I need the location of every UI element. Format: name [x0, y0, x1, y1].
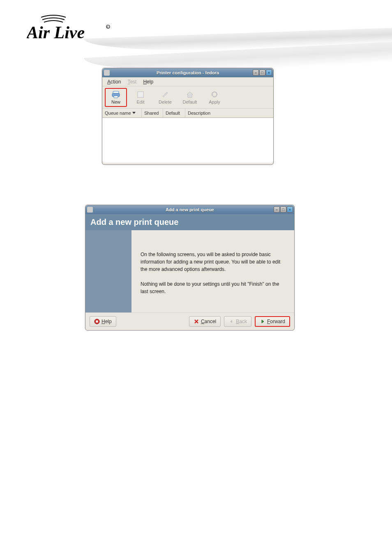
- svg-rect-8: [96, 321, 98, 323]
- delete-icon: [161, 90, 170, 99]
- wizard-body: On the following screens, you will be as…: [131, 230, 294, 312]
- default-label: Default: [183, 99, 197, 104]
- minimize-button[interactable]: –: [253, 69, 259, 76]
- titlebar[interactable]: Add a new print queue – □ ×: [85, 205, 294, 214]
- edit-label: Edit: [137, 99, 145, 104]
- wizard-text-1: On the following screens, you will be as…: [141, 251, 285, 273]
- col-shared[interactable]: Shared: [142, 109, 163, 118]
- svg-text:Air Live: Air Live: [27, 23, 85, 42]
- toolbar: New Edit Delete Default Apply: [102, 86, 273, 109]
- button-row: Help Cancel Back Forward: [85, 312, 294, 330]
- forward-arrow-icon: [260, 319, 265, 324]
- wizard-heading: Add a new print queue: [85, 214, 294, 230]
- col-queue-name[interactable]: Queue name: [102, 109, 142, 118]
- add-print-queue-window: Add a new print queue – □ × Add a new pr…: [85, 205, 295, 331]
- apply-button: Apply: [203, 88, 226, 107]
- printer-config-window: Printer configuration - fedora – □ × Act…: [102, 68, 274, 165]
- cancel-icon: [194, 319, 199, 324]
- menu-action[interactable]: Action: [107, 79, 121, 85]
- forward-button[interactable]: Forward: [255, 316, 290, 327]
- edit-button: Edit: [129, 88, 152, 107]
- help-label-rest: elp: [105, 319, 112, 324]
- delete-button: Delete: [154, 88, 176, 107]
- close-button[interactable]: ×: [287, 206, 293, 213]
- queue-list-empty: [102, 118, 273, 163]
- header-decoration: [104, 25, 392, 74]
- window-title: Add a new print queue: [166, 207, 214, 212]
- new-label: New: [111, 99, 120, 104]
- wizard-text-2: Nothing will be done to your settings un…: [141, 280, 285, 295]
- svg-text:R: R: [107, 26, 108, 28]
- help-button[interactable]: Help: [90, 316, 116, 327]
- svg-rect-5: [114, 96, 118, 98]
- printer-icon: [111, 90, 120, 99]
- maximize-button[interactable]: □: [259, 69, 265, 76]
- new-button[interactable]: New: [105, 88, 127, 107]
- edit-icon: [136, 90, 145, 99]
- column-headers: Queue name Shared Default Description: [102, 109, 273, 118]
- menubar: Action Test Help: [102, 77, 273, 86]
- svg-rect-3: [113, 91, 119, 93]
- svg-rect-6: [138, 92, 143, 97]
- cancel-button[interactable]: Cancel: [189, 316, 221, 327]
- default-button: Default: [179, 88, 201, 107]
- minimize-button[interactable]: –: [274, 206, 280, 213]
- back-button: Back: [224, 316, 251, 327]
- airlive-logo: Air Live R: [27, 14, 113, 43]
- apply-label: Apply: [209, 99, 220, 104]
- close-button[interactable]: ×: [266, 69, 272, 76]
- apply-icon: [210, 90, 219, 99]
- menu-help[interactable]: Help: [143, 79, 153, 85]
- col-description[interactable]: Description: [185, 109, 273, 118]
- window-title: Printer configuration - fedora: [157, 70, 219, 75]
- maximize-button[interactable]: □: [280, 206, 286, 213]
- window-app-icon: [87, 207, 93, 213]
- window-app-icon: [104, 70, 110, 76]
- home-icon: [185, 90, 194, 99]
- help-icon: [94, 319, 100, 324]
- col-default[interactable]: Default: [163, 109, 185, 118]
- titlebar[interactable]: Printer configuration - fedora – □ ×: [102, 68, 273, 77]
- wizard-side-panel: [85, 230, 131, 312]
- menu-test: Test: [127, 79, 136, 85]
- delete-label: Delete: [159, 99, 172, 104]
- sort-desc-icon: [132, 112, 136, 114]
- back-arrow-icon: [228, 319, 234, 324]
